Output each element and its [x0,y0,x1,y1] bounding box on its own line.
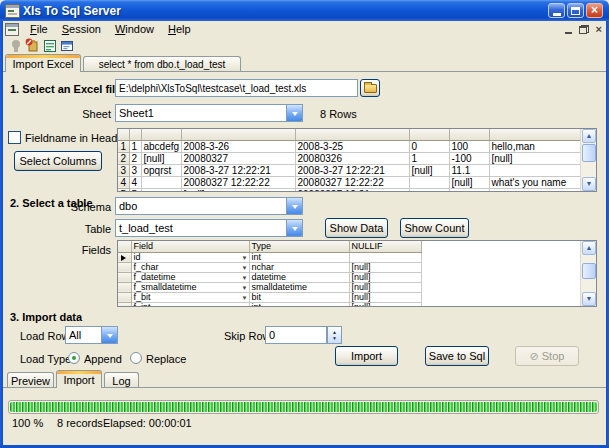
maximize-button[interactable] [567,3,584,18]
grid-cell[interactable]: 11.1 [449,164,489,176]
menu-window[interactable]: Window [108,22,161,36]
tab-preview[interactable]: Preview [7,372,54,387]
show-data-button[interactable]: Show Data [325,218,388,238]
row-number-cell[interactable]: 2 [118,152,129,164]
tab-import[interactable]: Import [56,370,102,388]
field-dropdown-icon[interactable] [242,264,248,273]
grid-cell[interactable]: -100 [449,152,489,164]
type-cell[interactable]: nchar [249,262,349,272]
row-number-cell[interactable]: 4 [118,176,129,188]
skip-rows-input[interactable] [265,326,327,344]
grid-cell[interactable]: [null] [409,164,449,176]
schema-combo[interactable]: dbo [115,197,303,215]
grid-cell[interactable]: [null] [489,152,580,164]
grid-cell[interactable]: 20080327 12:22:22 [181,176,295,188]
nullif-cell[interactable] [349,252,421,262]
grid-cell[interactable] [489,164,580,176]
scroll-up-icon[interactable] [582,129,596,143]
replace-radio[interactable] [130,352,142,364]
spin-down-icon[interactable] [332,335,337,341]
field-cell[interactable]: f_int [131,302,249,307]
fieldname-in-header-checkbox[interactable] [8,131,21,144]
field-dropdown-icon[interactable] [242,284,248,293]
grid-cell[interactable] [141,176,181,188]
table-combo[interactable]: t_load_test [115,219,303,237]
grid-cell[interactable]: [null] [449,176,489,188]
select-columns-button[interactable]: Select Columns [14,151,102,171]
browse-file-button[interactable] [360,79,380,97]
sql-query-icon[interactable] [58,37,75,54]
nullif-cell[interactable]: [null] [349,262,421,272]
sheet-combo[interactable]: Sheet1 [115,104,303,122]
row-number-cell[interactable]: 3 [118,164,129,176]
grid-cell[interactable]: ... [141,188,181,192]
field-dropdown-icon[interactable] [242,304,248,308]
scroll-down-icon[interactable] [582,177,596,191]
grid-cell[interactable]: 2008-3-27 12:22:21 [295,164,409,176]
field-cell[interactable]: f_smalldatetime [131,282,249,292]
save-to-sql-button[interactable]: Save to Sql [425,346,489,366]
grid-cell[interactable]: 20080326 [295,152,409,164]
grid-cell[interactable]: 20080327 [181,152,295,164]
field-cell[interactable]: id [131,252,249,262]
type-cell[interactable]: smalldatetime [249,282,349,292]
nullif-cell[interactable]: [null] [349,272,421,282]
type-cell[interactable]: datetime [249,272,349,282]
field-dropdown-icon[interactable] [242,254,248,263]
grid-cell[interactable]: 2008-3-26 [181,140,295,152]
scrollbar-thumb[interactable] [582,263,596,279]
row-number-cell[interactable]: 1 [118,140,129,152]
fields-grid-scrollbar[interactable] [580,241,596,306]
grid-cell[interactable]: 1 [129,140,141,152]
grid-cell[interactable]: 2008-3-25 [295,140,409,152]
grid-cell[interactable]: abcdefg [141,140,181,152]
menu-session[interactable]: Session [55,22,108,36]
tab-log[interactable]: Log [104,372,139,387]
stop-button[interactable]: Stop [515,346,579,366]
grid-cell[interactable]: 3 [129,164,141,176]
grid-cell[interactable]: [null] [141,152,181,164]
grid-cell[interactable] [409,188,449,192]
close-button[interactable]: × [586,3,603,18]
sheet-combo-dropdown-icon[interactable] [286,105,302,121]
grid-cell[interactable]: what's you name [489,176,580,188]
nullif-cell[interactable]: [null] [349,282,421,292]
mdi-restore-button[interactable] [579,25,589,34]
type-cell[interactable]: int [249,302,349,307]
field-cell[interactable]: f_char [131,262,249,272]
grid-cell[interactable]: 2 [129,152,141,164]
tab-import-excel[interactable]: Import Excel [5,54,81,72]
scroll-down-icon[interactable] [582,292,596,306]
field-dropdown-icon[interactable] [242,294,248,303]
schema-combo-dropdown-icon[interactable] [286,198,302,214]
grid-cell[interactable]: 20080327 12:22:22 [295,176,409,188]
grid-cell[interactable]: 1 [409,152,449,164]
menu-file[interactable]: File [23,22,55,36]
grid-cell[interactable] [449,188,489,192]
type-cell[interactable]: int [249,252,349,262]
nullif-cell[interactable]: [null] [349,292,421,302]
table-combo-dropdown-icon[interactable] [286,220,302,236]
append-radio[interactable] [68,352,80,364]
load-rows-combo[interactable]: All [65,326,118,344]
grid-cell[interactable] [489,188,580,192]
grid-cell[interactable]: hello,man [489,140,580,152]
grid-cell[interactable]: 2008-3-27 12:22:21 [181,164,295,176]
import-button[interactable]: Import [335,346,398,366]
connect-icon[interactable] [7,37,24,54]
mdi-close-button[interactable]: × [596,24,602,34]
skip-rows-spinner[interactable] [327,326,342,344]
field-cell[interactable]: f_datetime [131,272,249,282]
tab-query[interactable]: select * from dbo.t_load_test [83,56,241,71]
field-dropdown-icon[interactable] [242,274,248,283]
grid-cell[interactable]: 20080327 12:21 [295,188,409,192]
mdi-minimize-button[interactable] [565,32,572,34]
scrollbar-thumb[interactable] [582,144,596,162]
grid-cell[interactable] [409,176,449,188]
grid-cell[interactable]: 4 [129,176,141,188]
type-cell[interactable]: bit [249,292,349,302]
grid-cell[interactable]: [null] [181,188,295,192]
load-rows-combo-dropdown-icon[interactable] [101,327,117,343]
menu-help[interactable]: Help [161,22,198,36]
disconnect-icon[interactable] [24,37,41,54]
